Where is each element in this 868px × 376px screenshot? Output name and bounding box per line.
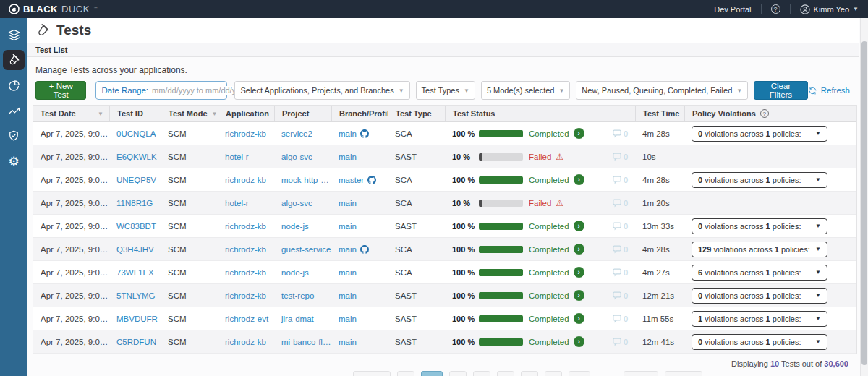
warning-icon[interactable]: ⚠ (556, 153, 563, 161)
help-icon[interactable]: ? (760, 109, 769, 118)
test-types-select[interactable]: Test Types ▼ (416, 81, 475, 100)
date-range-input[interactable] (152, 86, 237, 95)
column-test-status[interactable]: Test Status (445, 106, 635, 121)
cell-test-id-link[interactable]: UNEQP5V (109, 176, 161, 184)
cell-test-id-link[interactable]: WC83BDT (109, 222, 161, 231)
cell-project-link[interactable]: node-js (274, 222, 331, 231)
cell-test-id-link[interactable]: MBVDUFR (109, 315, 161, 323)
table-row[interactable]: Apr 7, 2025, 9:05 AM E6QKWLK SCM hotel-r… (33, 145, 856, 168)
modes-select[interactable]: 5 Mode(s) selected ▼ (481, 81, 570, 100)
sort-icon[interactable]: ▼ (212, 111, 218, 117)
column-test-date[interactable]: Test Date▼ (33, 106, 109, 121)
cell-test-id-link[interactable]: 0UCNQLA (109, 129, 161, 138)
sidebar-item-reports[interactable] (3, 75, 25, 95)
cell-application-link[interactable]: richrodz-kb (218, 338, 274, 346)
column-test-id[interactable]: Test ID (109, 106, 161, 121)
cell-branch[interactable]: main (331, 129, 388, 138)
pagination-button[interactable] (397, 371, 414, 376)
pagination-button[interactable] (521, 371, 538, 376)
pagination-button[interactable] (545, 371, 562, 376)
comments-indicator[interactable]: 0 (613, 291, 628, 300)
cell-project-link[interactable]: test-repo (274, 291, 331, 300)
details-chevron-button[interactable]: › (574, 174, 584, 185)
cell-application-link[interactable]: hotel-r (218, 199, 274, 208)
sidebar-item-applications[interactable] (3, 25, 25, 45)
cell-branch[interactable]: main (331, 245, 388, 254)
comments-indicator[interactable]: 0 (613, 222, 628, 231)
column-test-mode[interactable]: Test Mode▼ (161, 106, 218, 121)
table-row[interactable]: Apr 7, 2025, 9:05 AM MBVDUFR SCM richrod… (33, 307, 856, 330)
comments-indicator[interactable]: 0 (613, 129, 628, 138)
violations-select[interactable]: 0 violations across 1 policies: ▼ (692, 334, 827, 350)
comments-indicator[interactable]: 0 (613, 176, 628, 184)
comments-indicator[interactable]: 0 (613, 315, 628, 323)
pagination-button[interactable] (624, 371, 658, 376)
cell-test-id-link[interactable]: 5TNLYMG (109, 291, 161, 300)
cell-project-link[interactable]: algo-svc (274, 153, 331, 161)
pagination-button[interactable] (473, 371, 490, 376)
clear-filters-button[interactable]: Clear Filters (754, 81, 808, 100)
column-test-type[interactable]: Test Type (388, 106, 445, 121)
comments-indicator[interactable]: 0 (613, 199, 628, 208)
comments-indicator[interactable]: 0 (613, 268, 628, 277)
table-row[interactable]: Apr 7, 2025, 9:05 AM 73WL1EX SCM richrod… (33, 261, 856, 284)
table-row[interactable]: Apr 7, 2025, 9:05 AM UNEQP5V SCM richrod… (33, 168, 856, 192)
details-chevron-button[interactable]: › (574, 128, 584, 139)
details-chevron-button[interactable]: › (574, 244, 584, 255)
violations-select[interactable]: 0 violations across 1 policies: ▼ (692, 288, 827, 304)
applications-select[interactable]: Select Applications, Projects, and Branc… (234, 81, 409, 100)
cell-application-link[interactable]: richrodz-kb (218, 222, 274, 231)
sidebar-item-settings[interactable]: ⚙ (3, 151, 25, 171)
comments-indicator[interactable]: 0 (613, 338, 628, 346)
pagination-button-active[interactable] (421, 371, 443, 376)
cell-branch[interactable]: master (331, 176, 388, 184)
details-chevron-button[interactable]: › (574, 336, 584, 347)
comments-indicator[interactable]: 0 (613, 245, 628, 254)
cell-project-link[interactable]: node-js (274, 268, 331, 277)
pagination-button[interactable] (569, 371, 590, 376)
cell-application-link[interactable]: richrodz-kb (218, 176, 274, 184)
refresh-button[interactable]: Refresh (808, 86, 850, 95)
blackduck-logo[interactable]: BLACKDUCK™ (0, 4, 98, 14)
column-branch-profile[interactable]: Branch/Profile (331, 106, 388, 121)
cell-branch[interactable]: main (331, 199, 388, 208)
sidebar-item-tests[interactable] (3, 50, 25, 70)
help-button[interactable]: ? (762, 0, 790, 18)
sidebar-item-trends[interactable] (3, 101, 25, 121)
cell-test-id-link[interactable]: 11N8R1G (109, 199, 161, 208)
sidebar-item-policies[interactable] (3, 126, 25, 146)
cell-branch[interactable]: main (331, 338, 388, 346)
cell-project-link[interactable]: mi-banco-flutt... (274, 338, 331, 346)
violations-select[interactable]: 6 violations across 1 policies: ▼ (692, 265, 827, 281)
cell-project-link[interactable]: jira-dmat (274, 315, 331, 323)
column-policy-violations[interactable]: Policy Violations? (684, 106, 856, 121)
cell-project-link[interactable]: mock-http-svr (274, 176, 331, 184)
date-range-field[interactable]: Date Range: (95, 81, 227, 100)
column-test-time[interactable]: Test Time (635, 106, 684, 121)
cell-test-id-link[interactable]: C5RDFUN (109, 338, 161, 346)
details-chevron-button[interactable]: › (574, 313, 584, 324)
cell-application-link[interactable]: richrodz-evt (218, 315, 274, 323)
cell-branch[interactable]: main (331, 268, 388, 277)
cell-branch[interactable]: main (331, 315, 388, 323)
new-test-button[interactable]: + New Test (35, 81, 86, 100)
violations-select[interactable]: 1 violations across 1 policies: ▼ (692, 311, 827, 327)
table-row[interactable]: Apr 7, 2025, 9:05 AM 0UCNQLA SCM richrod… (33, 122, 856, 145)
violations-select[interactable]: 129 violations across 1 policies: ▼ (692, 242, 827, 257)
details-chevron-button[interactable]: › (574, 267, 584, 278)
scrollbar-thumb[interactable] (861, 41, 867, 365)
cell-test-id-link[interactable]: 73WL1EX (109, 268, 161, 277)
cell-application-link[interactable]: richrodz-kb (218, 291, 274, 300)
cell-project-link[interactable]: guest-service (274, 245, 331, 254)
details-chevron-button[interactable]: › (574, 221, 584, 231)
violations-select[interactable]: 0 violations across 1 policies: ▼ (692, 218, 827, 234)
cell-application-link[interactable]: richrodz-kb (218, 129, 274, 138)
cell-branch[interactable]: main (331, 153, 388, 161)
cell-application-link[interactable]: hotel-r (218, 153, 274, 161)
cell-branch[interactable]: main (331, 291, 388, 300)
column-project[interactable]: Project (274, 106, 331, 121)
table-row[interactable]: Apr 7, 2025, 9:05 AM C5RDFUN SCM richrod… (33, 330, 856, 354)
cell-test-id-link[interactable]: Q3H4JHV (109, 245, 161, 254)
warning-icon[interactable]: ⚠ (556, 199, 563, 208)
cell-branch[interactable]: main (331, 222, 388, 231)
